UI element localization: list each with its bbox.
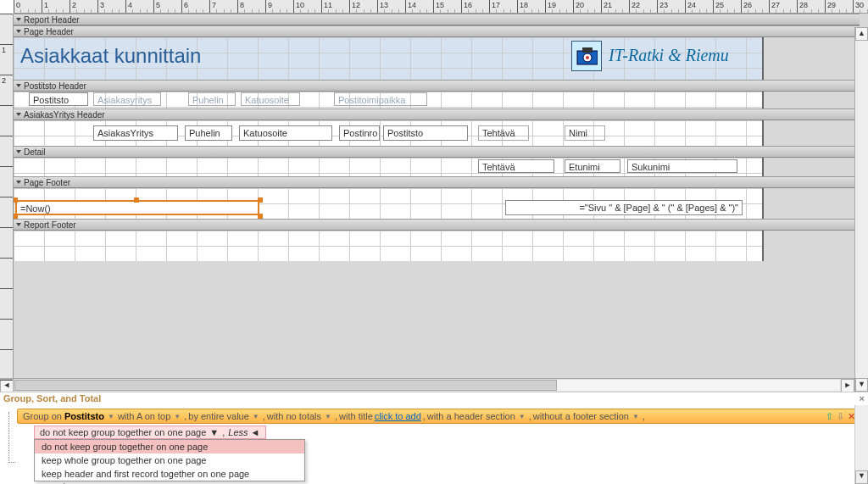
tehtava-label[interactable]: Tehtävä bbox=[478, 125, 529, 141]
horizontal-scrollbar[interactable]: ◄ ► ◢ bbox=[0, 378, 868, 392]
group-interval[interactable]: by entire value bbox=[188, 411, 249, 421]
puhelin-label[interactable]: Puhelin bbox=[188, 92, 236, 106]
section-bar-postitsto-header[interactable]: Postitsto Header bbox=[14, 80, 860, 92]
section-bar-detail[interactable]: Detail bbox=[14, 146, 860, 158]
title-label: with title bbox=[339, 411, 373, 421]
asiakasyritys-header-body[interactable]: AsiakasYritys Puhelin Katuosoite Postinr… bbox=[14, 120, 764, 146]
postinro-textbox[interactable]: Postinro bbox=[339, 125, 380, 141]
logo-image[interactable] bbox=[571, 41, 602, 71]
section-label: Detail bbox=[24, 147, 46, 157]
section-bar-page-footer[interactable]: Page Footer bbox=[14, 176, 860, 188]
section-label: Report Footer bbox=[24, 220, 76, 230]
footer-section-option[interactable]: without a footer section bbox=[533, 411, 629, 421]
sort-direction[interactable]: with A on top bbox=[118, 411, 170, 421]
move-up-icon[interactable]: ⇧ bbox=[826, 411, 833, 422]
group-sort-total-panel[interactable]: Group on Postitsto▼ with A on top▼ , by … bbox=[0, 405, 868, 484]
scroll-up-button[interactable]: ▲ bbox=[855, 27, 868, 41]
collapse-icon bbox=[16, 30, 21, 33]
collapse-icon bbox=[16, 84, 21, 87]
postitoimipaikka-label[interactable]: Postitoimipaikka bbox=[334, 92, 427, 106]
scroll-thumb[interactable] bbox=[14, 380, 557, 391]
asiakasyritys-label[interactable]: Asiakasyritys bbox=[93, 92, 161, 106]
dropdown-icon[interactable]: ▼ bbox=[172, 413, 182, 420]
section-label: AsiakasYritys Header bbox=[24, 110, 105, 120]
report-design-canvas[interactable]: Report Header Page Header Asiakkaat kunn… bbox=[14, 14, 868, 378]
gst-title: Group, Sort, and Total bbox=[3, 393, 101, 404]
postitsto-textbox[interactable]: Postitsto bbox=[29, 92, 88, 106]
totals-option[interactable]: with no totals bbox=[267, 411, 321, 421]
collapse-icon bbox=[16, 181, 21, 184]
collapse-icon bbox=[16, 113, 21, 116]
svg-rect-1 bbox=[582, 47, 593, 53]
section-label: Postitsto Header bbox=[24, 81, 86, 91]
report-title-label[interactable]: Asiakkaat kunnittain bbox=[17, 42, 356, 73]
postitsto-header-body[interactable]: Postitsto Asiakasyritys Puhelin Katuosoi… bbox=[14, 92, 764, 108]
collapse-icon bbox=[16, 18, 21, 21]
option-keep-header-first[interactable]: keep header and first record together on… bbox=[35, 467, 304, 481]
option-do-not-keep[interactable]: do not keep group together on one page bbox=[35, 440, 304, 453]
report-footer-body[interactable] bbox=[14, 231, 764, 261]
horizontal-ruler: 0123456789101112131415161718192021222324… bbox=[14, 0, 868, 14]
asiakasyritys-textbox[interactable]: AsiakasYritys bbox=[93, 125, 178, 141]
gst-vertical-scrollbar[interactable]: ▼ bbox=[854, 405, 868, 484]
section-label: Report Header bbox=[24, 15, 80, 25]
page-expression-textbox[interactable]: ="Sivu " & [Page] & " (" & [Pages] & ")" bbox=[505, 200, 743, 215]
tehtava-textbox[interactable]: Tehtävä bbox=[478, 159, 554, 173]
scroll-right-button[interactable]: ► bbox=[841, 379, 854, 392]
dropdown-icon[interactable]: ▼ bbox=[251, 413, 261, 420]
keep-together-option[interactable]: do not keep group together on one page ▼… bbox=[34, 426, 266, 439]
header-section-option[interactable]: with a header section bbox=[427, 411, 515, 421]
group-sort-total-header: Group, Sort, and Total × bbox=[0, 392, 868, 405]
dropdown-icon[interactable]: ▼ bbox=[517, 413, 527, 420]
section-bar-page-header[interactable]: Page Header bbox=[14, 25, 860, 37]
dropdown-icon[interactable]: ▼ bbox=[106, 413, 116, 420]
section-label: Page Footer bbox=[24, 178, 70, 187]
group-on-label: Group on Postitsto bbox=[23, 411, 104, 421]
dropdown-icon[interactable]: ▼ bbox=[631, 413, 641, 420]
section-bar-report-footer[interactable]: Report Footer bbox=[14, 219, 860, 231]
section-bar-asiakasyritys-header[interactable]: AsiakasYritys Header bbox=[14, 108, 860, 120]
scroll-down-button[interactable]: ▼ bbox=[855, 470, 868, 484]
section-label: Page Header bbox=[24, 27, 74, 36]
collapse-icon bbox=[16, 223, 21, 226]
dropdown-icon[interactable]: ▼ bbox=[323, 413, 333, 420]
camera-disk-icon bbox=[576, 46, 598, 66]
etunimi-textbox[interactable]: Etunimi bbox=[565, 159, 620, 173]
less-toggle[interactable]: Less ◄ bbox=[228, 427, 259, 437]
detail-body[interactable]: Tehtävä Etunimi Sukunimi bbox=[14, 158, 764, 176]
close-icon[interactable]: × bbox=[860, 393, 865, 404]
dropdown-icon[interactable]: ▼ bbox=[209, 427, 219, 437]
keep-together-current: do not keep group together on one page bbox=[40, 427, 206, 437]
collapse-icon bbox=[16, 150, 21, 153]
scroll-left-button[interactable]: ◄ bbox=[0, 379, 14, 392]
svg-point-3 bbox=[586, 56, 589, 59]
postitsto-textbox-2[interactable]: Postitsto bbox=[383, 125, 468, 141]
nimi-label[interactable]: Nimi bbox=[565, 125, 605, 141]
vertical-ruler: 12 bbox=[0, 14, 14, 378]
scroll-track[interactable] bbox=[14, 379, 841, 392]
page-footer-body[interactable]: =Now() ="Sivu " & [Page] & " (" & [Pages… bbox=[14, 188, 764, 219]
move-down-icon[interactable]: ⇩ bbox=[837, 411, 844, 422]
scroll-down-button[interactable]: ▼ bbox=[855, 378, 868, 392]
sukunimi-textbox[interactable]: Sukunimi bbox=[627, 159, 737, 173]
logo-text-label[interactable]: IT-Ratki & Riemu bbox=[605, 44, 775, 70]
option-keep-whole[interactable]: keep whole group together on one page bbox=[35, 453, 304, 467]
page-header-body[interactable]: Asiakkaat kunnittain IT-Ratki & Riemu bbox=[14, 37, 764, 80]
katuosoite-textbox[interactable]: Katuosoite bbox=[239, 125, 332, 141]
vertical-scrollbar[interactable]: ▲ ▼ bbox=[854, 27, 868, 392]
katuosoite-label[interactable]: Katuosoite bbox=[241, 92, 300, 106]
title-click-to-add[interactable]: click to add bbox=[375, 411, 421, 421]
group-row-postitsto[interactable]: Group on Postitsto▼ with A on top▼ , by … bbox=[17, 409, 861, 424]
section-bar-report-header[interactable]: Report Header bbox=[14, 14, 860, 25]
keep-together-dropdown[interactable]: do not keep group together on one page k… bbox=[34, 439, 305, 481]
puhelin-textbox[interactable]: Puhelin bbox=[185, 125, 232, 141]
